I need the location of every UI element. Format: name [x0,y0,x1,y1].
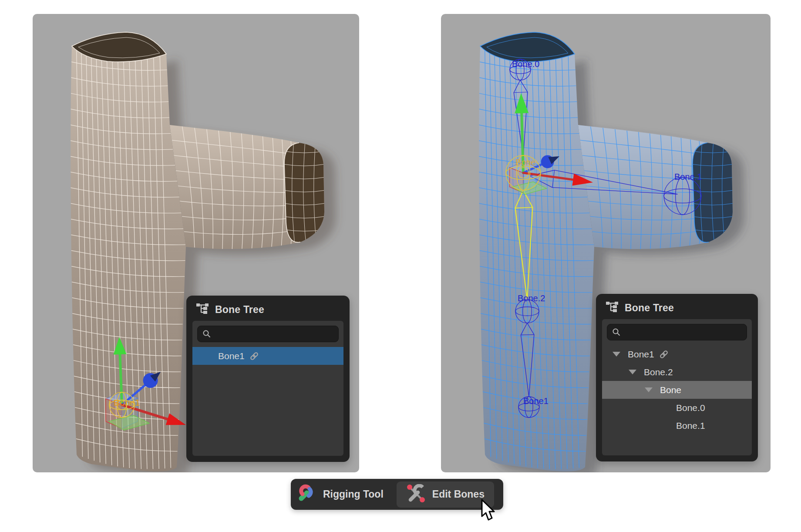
bone-label-origin-right: Bone [515,158,536,167]
link-icon [659,349,669,360]
expand-triangle-icon[interactable] [629,370,636,374]
search-icon [612,327,621,337]
panel-body: Bone1 [192,321,343,456]
app-stage: Bone1 Bone.0Bone.1Bone.2Bone1Bone [0,0,801,532]
panel-header: Bone Tree [186,296,350,321]
bone-row-label: Bone.2 [644,367,673,377]
tree-row-bone[interactable]: Bone [602,381,752,399]
edit-bones-label: Edit Bones [432,488,485,500]
bone-tree-icon [196,303,209,316]
bone-tree-panel-left: Bone Tree Bone1 [186,296,350,462]
expand-triangle-icon[interactable] [613,352,620,357]
link-icon [249,351,259,361]
rigging-tool-label[interactable]: Rigging Tool [323,488,384,500]
bone-row-label: Bone.0 [676,403,705,413]
bone-row-label: Bone [660,385,681,395]
edit-bones-icon [406,484,425,505]
expand-triangle-icon[interactable] [645,387,653,392]
bone-label-bone1-bottom: Bone1 [523,396,549,406]
tree-row-bone-1[interactable]: Bone.1 [602,417,752,434]
panel-header: Bone Tree [596,294,758,319]
panel-title: Bone Tree [215,304,264,316]
tree-row-bone-2[interactable]: Bone.2 [602,363,752,381]
bone-label-bone0: Bone.0 [512,59,539,69]
bone-search-input[interactable] [197,326,339,342]
bone-label-bone1-right: Bone.1 [674,172,702,182]
bone-tree-list: Bone1 [192,347,343,365]
bone-label-origin-left: Bone1 [114,397,140,407]
tree-row-bone-0[interactable]: Bone.0 [602,399,752,417]
bone-row-label: Bone.1 [676,421,705,431]
panel-body: Bone1Bone.2BoneBone.0Bone.1 [602,319,752,455]
bone-tree-panel-right: Bone Tree Bone1Bone.2BoneBone.0Bone.1 [596,294,758,461]
bone-label-bone2: Bone.2 [518,293,545,303]
panel-title: Bone Tree [625,302,674,314]
rigging-toolbar: Rigging Tool Edit Bones [291,479,503,510]
tree-row-bone1[interactable]: Bone1 [192,347,343,365]
bone-row-label: Bone1 [218,351,245,361]
bone-tree-list: Bone1Bone.2BoneBone.0Bone.1 [602,345,752,434]
bone-row-label: Bone1 [628,349,654,360]
tree-row-bone1[interactable]: Bone1 [602,345,752,363]
bone-search-input[interactable] [607,324,747,340]
bone-tree-icon [606,301,619,314]
search-icon [202,329,212,339]
edit-bones-button[interactable]: Edit Bones [397,481,494,508]
rigging-tool-icon[interactable] [296,484,316,505]
